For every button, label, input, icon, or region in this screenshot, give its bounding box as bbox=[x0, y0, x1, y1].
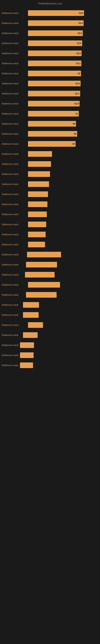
bar-label: Bottleneck result bbox=[2, 253, 27, 256]
list-item: Bottleneck result52.1 bbox=[2, 60, 98, 67]
bar-wrapper bbox=[26, 292, 98, 298]
list-item: Bottleneck result bbox=[2, 362, 98, 369]
bar-wrapper: 52.9 bbox=[28, 30, 98, 36]
bar-label: Bottleneck result bbox=[2, 52, 28, 54]
list-item: Bottleneck result52 bbox=[2, 70, 98, 77]
site-title: TheBottlenecker.com bbox=[38, 2, 62, 5]
bar-wrapper: 52 bbox=[28, 71, 98, 76]
bar-fill bbox=[26, 262, 57, 268]
bar-wrapper bbox=[28, 171, 98, 177]
bar-wrapper bbox=[28, 151, 98, 157]
bar-wrapper bbox=[28, 232, 98, 237]
bar-fill bbox=[28, 171, 50, 177]
bar-wrapper: 52.1 bbox=[28, 60, 98, 66]
bar-label: Bottleneck result bbox=[2, 72, 28, 75]
list-item: Bottleneck result bbox=[2, 311, 98, 319]
bar-label: Bottleneck result bbox=[2, 42, 28, 44]
bar-fill bbox=[26, 292, 57, 298]
list-item: Bottleneck result52.5 bbox=[2, 40, 98, 47]
bar-label: Bottleneck result bbox=[2, 12, 28, 14]
bar-value: 52.9 bbox=[78, 32, 82, 34]
list-item: Bottleneck result bbox=[2, 331, 98, 339]
bar-value: 51 bbox=[76, 112, 78, 115]
list-item: Bottleneck result bbox=[2, 271, 98, 278]
bar-label: Bottleneck result bbox=[2, 334, 23, 336]
bar-label: Bottleneck result bbox=[2, 122, 28, 125]
list-item: Bottleneck result bbox=[2, 190, 98, 198]
bar-fill bbox=[28, 282, 60, 288]
bar-fill bbox=[28, 242, 45, 247]
bar-fill: 50 bbox=[28, 131, 77, 137]
list-item: Bottleneck result51.8 bbox=[2, 100, 98, 108]
bar-wrapper bbox=[20, 352, 98, 358]
list-item: Bottleneck result bbox=[2, 241, 98, 248]
bar-fill bbox=[27, 252, 61, 258]
bar-label: Bottleneck result bbox=[2, 294, 26, 296]
bar-wrapper bbox=[28, 161, 98, 167]
bar-value: 52 bbox=[78, 72, 80, 75]
list-item: Bottleneck result49 bbox=[2, 120, 98, 128]
list-item: Bottleneck result52.1 bbox=[2, 90, 98, 98]
bar-fill bbox=[28, 202, 48, 207]
list-item: Bottleneck result bbox=[2, 251, 98, 258]
bar-wrapper bbox=[26, 262, 98, 268]
bar-wrapper: 49 bbox=[28, 141, 98, 147]
bar-fill bbox=[28, 212, 47, 217]
bar-fill: 49 bbox=[28, 141, 76, 147]
bar-value: 52.1 bbox=[75, 92, 79, 95]
bar-label: Bottleneck result bbox=[2, 354, 20, 356]
list-item: Bottleneck result49 bbox=[2, 140, 98, 148]
list-item: Bottleneck result50 bbox=[2, 130, 98, 138]
bar-wrapper bbox=[28, 212, 98, 217]
bar-wrapper: 50 bbox=[28, 131, 98, 137]
list-item: Bottleneck result bbox=[2, 352, 98, 359]
list-item: Bottleneck result bbox=[2, 231, 98, 238]
bar-fill: 52.2 bbox=[28, 50, 82, 56]
bar-label: Bottleneck result bbox=[2, 223, 28, 226]
list-item: Bottleneck result bbox=[2, 261, 98, 268]
bar-fill bbox=[20, 342, 34, 348]
bar-fill bbox=[20, 362, 33, 368]
bar-value: 51.8 bbox=[75, 102, 79, 105]
bar-fill bbox=[23, 302, 39, 308]
list-item: Bottleneck result bbox=[2, 180, 98, 188]
bar-value: 49 bbox=[72, 143, 75, 145]
list-item: Bottleneck result53.6 bbox=[2, 9, 98, 17]
bar-fill: 52 bbox=[28, 71, 81, 76]
bar-label: Bottleneck result bbox=[2, 203, 28, 206]
bar-fill: 51 bbox=[28, 111, 79, 116]
bar-label: Bottleneck result bbox=[2, 284, 28, 286]
bar-label: Bottleneck result bbox=[2, 32, 28, 34]
bar-value: 53.4 bbox=[79, 22, 83, 24]
bar-fill bbox=[28, 181, 49, 187]
bar-fill bbox=[28, 192, 48, 197]
list-item: Bottleneck result bbox=[2, 170, 98, 178]
bar-value: 52.1 bbox=[76, 62, 81, 64]
list-item: Bottleneck result53.4 bbox=[2, 19, 98, 27]
bar-label: Bottleneck result bbox=[2, 324, 28, 326]
bar-fill: 52.1 bbox=[28, 60, 81, 66]
bar-wrapper bbox=[28, 222, 98, 227]
header: TheBottlenecker.com bbox=[0, 0, 100, 6]
bar-fill bbox=[23, 332, 38, 338]
list-item: Bottleneck result bbox=[2, 200, 98, 208]
bar-wrapper: 51 bbox=[28, 111, 98, 116]
bar-label: Bottleneck result bbox=[2, 183, 28, 185]
bar-wrapper bbox=[20, 362, 98, 368]
bar-wrapper: 49 bbox=[28, 121, 98, 126]
bar-label: Bottleneck result bbox=[2, 304, 23, 306]
bar-fill bbox=[28, 151, 52, 157]
bar-label: Bottleneck result bbox=[2, 364, 20, 366]
list-item: Bottleneck result bbox=[2, 321, 98, 329]
bar-wrapper: 53.6 bbox=[28, 10, 98, 16]
bar-wrapper bbox=[28, 202, 98, 207]
bar-label: Bottleneck result bbox=[2, 193, 28, 196]
bar-value: 52.2 bbox=[77, 52, 81, 54]
bar-wrapper bbox=[27, 252, 98, 258]
bar-fill bbox=[23, 312, 39, 318]
bar-label: Bottleneck result bbox=[2, 22, 28, 24]
bar-wrapper: 51.8 bbox=[28, 101, 98, 106]
list-item: Bottleneck result51 bbox=[2, 110, 98, 118]
bar-fill: 52.1 bbox=[28, 91, 80, 96]
bar-label: Bottleneck result bbox=[2, 213, 28, 216]
